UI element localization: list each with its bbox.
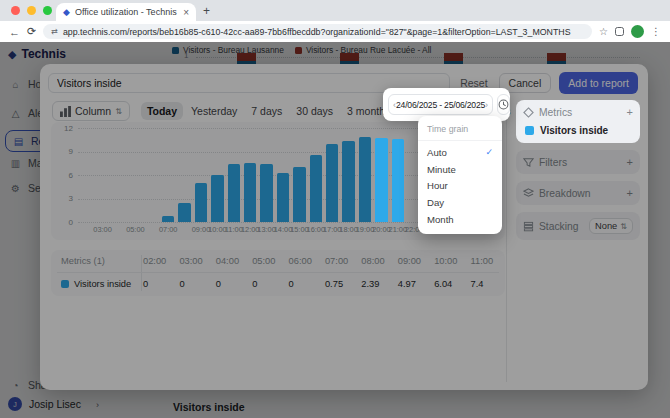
browser-chrome: ◆ Office utilization - Technis × + ← ⟳ ⇄…: [0, 0, 670, 42]
profile-avatar[interactable]: [631, 25, 644, 38]
chart-bar: [392, 139, 404, 222]
minimize-window-button[interactable]: [27, 6, 36, 15]
app-viewport: ◆ Technis 1 Visitors - Bureau LausanneVi…: [0, 42, 670, 418]
tab-title: Office utilization - Technis: [75, 7, 178, 17]
menu-item-minute[interactable]: Minute: [418, 161, 502, 178]
metrics-section: Metrics + Visitors inside: [516, 100, 640, 143]
add-metric-button[interactable]: +: [627, 106, 633, 118]
bookmark-star-icon[interactable]: ☆: [599, 26, 608, 37]
menu-item-auto[interactable]: Auto✓: [418, 144, 502, 161]
metric-item-label: Visitors inside: [540, 125, 608, 136]
new-tab-button[interactable]: +: [203, 4, 210, 18]
time-grain-menu-header: Time grain: [418, 121, 502, 141]
browser-tab[interactable]: ◆ Office utilization - Technis ×: [56, 3, 196, 21]
close-tab-icon[interactable]: ×: [183, 7, 189, 18]
metrics-label: Metrics: [539, 107, 622, 118]
next-range-icon[interactable]: ›: [485, 100, 488, 110]
close-window-button[interactable]: [11, 6, 20, 15]
menu-item-day[interactable]: Day: [418, 194, 502, 211]
time-grain-menu: Time grain Auto✓MinuteHourDayMonth: [418, 116, 502, 234]
menu-item-hour[interactable]: Hour: [418, 178, 502, 195]
back-icon[interactable]: ←: [9, 26, 20, 38]
tab-strip: ◆ Office utilization - Technis × +: [0, 0, 670, 21]
chart-bar: [375, 138, 387, 222]
metrics-diamond-icon: [523, 107, 534, 118]
url-bar[interactable]: ⇄ app.technis.com/reports/beb16b85-c610-…: [43, 24, 592, 39]
clock-icon: [498, 99, 509, 110]
checkmark-icon: ✓: [485, 147, 493, 157]
browser-toolbar: ← ⟳ ⇄ app.technis.com/reports/beb16b85-c…: [0, 21, 670, 42]
extensions-icon[interactable]: [615, 27, 624, 36]
browser-menu-icon[interactable]: ⋮: [651, 26, 661, 37]
url-text: app.technis.com/reports/beb16b85-c610-42…: [63, 27, 571, 37]
window-controls[interactable]: [0, 6, 52, 15]
site-info-icon[interactable]: ⇄: [51, 27, 58, 36]
date-range-control: ‹ 24/06/2025 - 25/06/2025 ›: [388, 94, 493, 115]
metric-item-visitors-inside[interactable]: Visitors inside: [523, 118, 633, 137]
maximize-window-button[interactable]: [43, 6, 52, 15]
menu-item-month[interactable]: Month: [418, 211, 502, 228]
reload-icon[interactable]: ⟳: [27, 25, 36, 38]
metric-color-swatch: [525, 126, 534, 135]
technis-favicon-icon: ◆: [63, 7, 70, 17]
popover-backdrop[interactable]: [0, 42, 670, 418]
time-grain-button[interactable]: [497, 94, 510, 115]
metrics-section-header[interactable]: Metrics +: [523, 106, 633, 118]
date-range-value[interactable]: 24/06/2025 - 25/06/2025: [396, 100, 485, 110]
